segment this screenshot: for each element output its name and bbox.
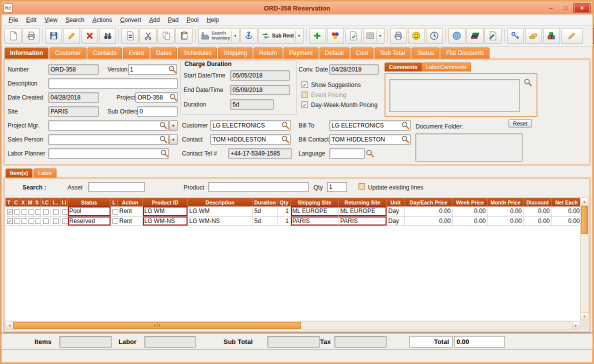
menu-help[interactable]: Help [202,16,223,24]
cell-unit[interactable]: Day [386,216,404,226]
col-header-month-price[interactable]: Month Price [488,198,524,206]
scroll-left-icon[interactable]: ◄ [6,322,14,329]
bill-to-field[interactable] [330,120,410,130]
row-checkbox[interactable] [36,218,41,224]
col-header-week-price[interactable]: Week Price [452,198,488,206]
cell-shipping-site[interactable]: PARIS [290,216,338,226]
project-mgr-lookup-icon[interactable] [159,121,168,130]
update-existing-lines-checkbox[interactable] [358,183,365,190]
pad-dropdown[interactable]: ▼ [376,30,382,42]
labor-planner-lookup-icon[interactable] [160,149,168,158]
reports-button[interactable] [466,28,484,44]
contact-field[interactable] [210,134,290,144]
scroll-up-icon[interactable]: ▲ [581,198,588,206]
cell-action[interactable]: Rent [118,216,142,226]
col-header-x[interactable]: X [20,198,26,206]
items-total-field[interactable] [60,336,112,348]
col-header-t[interactable]: T [6,198,12,206]
col-header-ic[interactable]: I.C [40,198,50,206]
cell-qty[interactable]: 1 [278,216,290,226]
menu-file[interactable]: File [4,16,22,24]
tab-comments[interactable]: Comments [384,62,422,72]
highlight-pen-button[interactable] [561,28,583,44]
row-checkbox[interactable] [28,218,34,224]
cell-duration[interactable]: 5d [252,216,278,226]
bill-contact-lookup-icon[interactable] [401,135,410,144]
cell-day-each-price[interactable]: 0.00 [404,216,452,226]
cell-action[interactable]: Rent [118,206,142,216]
disc-button[interactable] [448,28,466,44]
row-checkbox[interactable] [22,218,27,224]
maximize-button[interactable]: □ [559,4,572,12]
col-header-i1[interactable]: I... [50,198,60,206]
row-checkbox[interactable] [28,209,34,214]
row-checkbox[interactable] [14,209,20,214]
menu-add[interactable]: Add [145,16,164,24]
cell-status[interactable]: Pool [68,206,110,216]
comments-textarea[interactable] [390,79,520,112]
col-header-action[interactable]: Action [118,198,142,206]
language-lookup-icon[interactable] [366,149,374,158]
tab-flat-discounts[interactable]: Flat Discounts [440,48,490,58]
paste-button[interactable] [176,28,192,44]
convert-document-button[interactable] [122,28,138,44]
customer-field[interactable] [210,120,290,130]
menu-pool[interactable]: Pool [182,16,202,24]
tab-sub-total[interactable]: Sub Total [374,48,410,58]
col-header-status[interactable]: Status [68,198,110,206]
event-pricing-checkbox[interactable] [302,92,308,98]
tab-default[interactable]: Default [320,48,350,58]
description-field[interactable] [48,78,178,88]
table-row[interactable]: ✓ Pool Rent LG WM LG WM 5d 1 ML EUROPE [6,206,580,216]
labor-planner-field[interactable] [48,148,168,158]
cell-product-id[interactable]: LG WM [142,206,188,216]
cell-description[interactable]: LG WM-NS [188,216,252,226]
scroll-right-icon[interactable]: ► [572,322,580,329]
reset-button[interactable]: Reset [508,120,532,128]
menu-convert[interactable]: Convert [116,16,145,24]
cell-month-price[interactable]: 0.00 [488,216,524,226]
customer-lookup-icon[interactable] [281,121,290,130]
minimize-button[interactable]: – [544,4,558,12]
tab-items[interactable]: Item(s) [6,168,32,178]
copy-button[interactable] [158,28,174,44]
contact-lookup-icon[interactable] [281,135,290,144]
row-checkbox[interactable] [112,209,118,214]
horizontal-scroll-thumb[interactable] [14,322,301,329]
project-mgr-field[interactable] [48,120,168,130]
col-header-shipping-site[interactable]: Shipping Site [290,198,338,206]
sub-rent-dropdown[interactable]: ▼ [296,30,301,42]
tab-schedules[interactable]: Schedules [178,48,217,58]
row-checkbox[interactable] [62,209,68,214]
save-button[interactable] [45,28,62,44]
language-field[interactable] [330,148,364,158]
notes-button[interactable] [484,28,502,44]
col-header-s[interactable]: S [34,198,40,206]
sales-person-dropdown[interactable]: ▼ [169,134,178,144]
col-header-c[interactable]: C [12,198,20,206]
scroll-down-icon[interactable]: ▼ [581,312,588,320]
bill-contact-field[interactable] [330,134,410,144]
access-key-button[interactable] [507,28,524,44]
qty-input[interactable] [327,182,347,192]
find-button[interactable] [99,28,116,44]
table-row[interactable]: ✓ Reserved Rent LG WM-NS LG WM-NS 5d 1 P… [6,216,580,226]
total-field[interactable]: 0.00 [454,336,505,348]
tab-event[interactable]: Event [123,48,150,58]
contact-tel-field[interactable] [228,148,292,158]
row-checkbox[interactable] [43,218,48,224]
col-header-ii[interactable]: I.I [60,198,68,206]
tab-status[interactable]: Status [412,48,440,58]
row-checkbox[interactable] [36,209,41,214]
row-checkbox[interactable]: ✓ [7,209,12,214]
row-checkbox[interactable] [112,218,118,224]
cell-week-price[interactable]: 0.00 [452,216,488,226]
shipping-button[interactable] [240,28,258,44]
show-suggestions-checkbox[interactable]: ✓ [302,82,308,88]
start-date-field[interactable] [230,70,290,80]
col-header-m[interactable]: M [26,198,34,206]
cell-product-id[interactable]: LG WM-NS [142,216,188,226]
product-search-input[interactable] [208,182,308,192]
version-lookup-icon[interactable] [168,65,176,74]
tax-field[interactable] [334,336,386,348]
